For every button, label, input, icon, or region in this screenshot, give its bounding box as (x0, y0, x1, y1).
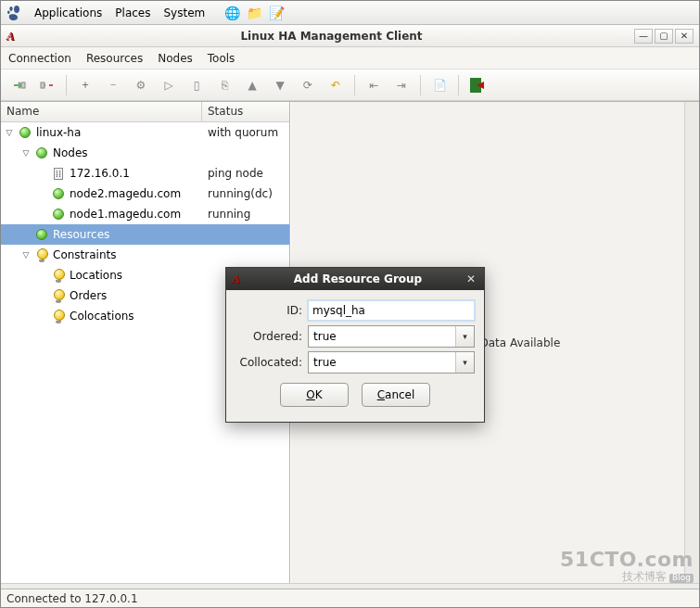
toolbar-separator (66, 75, 67, 95)
toolbar-separator (458, 75, 459, 95)
tree-row[interactable]: node1.magedu.comrunning (1, 204, 289, 224)
tree-label: Orders (70, 289, 107, 302)
file-manager-icon[interactable]: 📁 (246, 5, 262, 21)
status-green-icon (51, 207, 66, 222)
undo-icon[interactable]: ↶ (325, 74, 347, 96)
status-green-icon (51, 186, 66, 201)
vertical-scrollbar[interactable] (684, 102, 699, 583)
tree-row[interactable]: ▽Constraints (1, 245, 289, 265)
exit-icon[interactable] (466, 74, 489, 96)
move-left-icon[interactable]: ⇤ (363, 74, 385, 96)
ping-node-icon: ⁞⁞ (51, 166, 66, 181)
os-menu-system[interactable]: System (163, 6, 205, 19)
move-right-icon[interactable]: ⇥ (390, 74, 413, 96)
lightbulb-icon (51, 309, 66, 323)
gnome-foot-icon (6, 6, 21, 20)
dialog-close-button[interactable]: ✕ (464, 272, 478, 286)
os-panel: Applications Places System 🌐 📁 📝 (1, 1, 699, 25)
collocated-value: true (309, 356, 455, 369)
collocated-label: Collocated: (235, 356, 302, 369)
up-icon[interactable]: ▲ (241, 74, 263, 96)
status-bar: Connected to 127.0.0.1 (1, 589, 699, 607)
tree-label: linux-ha (36, 126, 81, 139)
status-green-icon (18, 125, 32, 140)
down-icon[interactable]: ▼ (269, 74, 291, 96)
remove-icon[interactable]: － (102, 74, 124, 96)
os-menu-applications[interactable]: Applications (34, 6, 102, 19)
disconnect-icon[interactable] (36, 74, 58, 96)
menu-tools[interactable]: Tools (208, 52, 235, 65)
toolbar-separator (354, 75, 355, 95)
tree-label: Constraints (53, 248, 116, 261)
watermark-tag: Blog (669, 574, 694, 583)
svg-rect-0 (21, 82, 25, 88)
menu-connection[interactable]: Connection (8, 52, 71, 65)
tree-status: with quorum (202, 126, 278, 139)
id-input[interactable] (308, 300, 475, 321)
tree-label: Resources (53, 228, 109, 241)
play-icon[interactable]: ▷ (158, 74, 180, 96)
tree-row[interactable]: node2.magedu.comrunning(dc) (1, 184, 289, 204)
add-resource-group-dialog: A Add Resource Group ✕ ID: Ordered: true… (225, 267, 485, 423)
app-menubar: Connection Resources Nodes Tools (1, 47, 699, 70)
status-text: Connected to 127.0.0.1 (6, 592, 138, 605)
tree-expander[interactable]: ▽ (21, 148, 31, 158)
app-icon: A (6, 29, 21, 44)
ok-button[interactable]: OK (280, 383, 349, 407)
tree-row[interactable]: ▽linux-hawith quorum (1, 122, 289, 143)
tree-label: Nodes (53, 146, 88, 159)
tree-label: Colocations (70, 310, 134, 323)
window-titlebar: A Linux HA Management Client — ▢ ✕ (1, 25, 699, 47)
tree-row[interactable]: Resources (1, 224, 289, 245)
toolbar-separator (420, 75, 421, 95)
column-header-name[interactable]: Name (1, 102, 202, 121)
dialog-titlebar[interactable]: A Add Resource Group ✕ (226, 268, 484, 290)
tree-header: Name Status (1, 102, 289, 122)
os-menu-places[interactable]: Places (115, 6, 150, 19)
stop-icon[interactable]: ▯ (185, 74, 208, 96)
action-icon[interactable]: ⎘ (213, 74, 235, 96)
tree-expander[interactable]: ▽ (21, 250, 31, 260)
refresh-icon[interactable]: ⟳ (297, 74, 319, 96)
window-title: Linux HA Management Client (29, 30, 634, 43)
add-icon[interactable]: ＋ (74, 74, 96, 96)
web-browser-icon[interactable]: 🌐 (223, 5, 240, 21)
column-header-status[interactable]: Status (202, 102, 248, 121)
watermark-text: 51CTO.com (560, 549, 694, 571)
lightbulb-icon (51, 268, 66, 283)
tree-label: node1.magedu.com (70, 208, 181, 221)
tool-icon[interactable]: ⚙ (130, 74, 152, 96)
tree-row[interactable]: ⁞⁞172.16.0.1ping node (1, 163, 289, 184)
window-minimize-button[interactable]: — (634, 29, 653, 44)
tree-label: node2.magedu.com (70, 187, 181, 200)
watermark-subtext: 技术博客 (622, 570, 667, 583)
connect-icon[interactable] (8, 74, 31, 96)
ordered-label: Ordered: (235, 330, 302, 343)
window-close-button[interactable]: ✕ (675, 29, 694, 44)
chevron-down-icon[interactable]: ▾ (455, 352, 474, 373)
menu-nodes[interactable]: Nodes (158, 52, 193, 65)
tree-status: running(dc) (202, 187, 273, 200)
status-green-icon (34, 146, 49, 160)
status-green-icon (34, 227, 49, 242)
tree-status: running (202, 208, 250, 221)
menu-resources[interactable]: Resources (86, 52, 143, 65)
tree-status: ping node (202, 167, 263, 180)
tree-row[interactable]: ▽Nodes (1, 143, 289, 163)
ordered-value: true (309, 330, 455, 343)
lightbulb-icon (51, 288, 66, 303)
svg-rect-1 (41, 82, 45, 88)
chevron-down-icon[interactable]: ▾ (455, 326, 474, 347)
os-launchers: 🌐 📁 📝 (223, 5, 285, 21)
id-label: ID: (235, 304, 302, 317)
window-maximize-button[interactable]: ▢ (655, 29, 673, 44)
document-icon[interactable]: 📄 (428, 74, 451, 96)
watermark: 51CTO.com 技术博客Blog (560, 549, 694, 583)
ordered-combobox[interactable]: true ▾ (308, 325, 475, 348)
collocated-combobox[interactable]: true ▾ (308, 351, 475, 374)
cancel-button[interactable]: Cancel (362, 383, 430, 407)
text-editor-icon[interactable]: 📝 (268, 5, 285, 21)
toolbar: ＋ － ⚙ ▷ ▯ ⎘ ▲ ▼ ⟳ ↶ ⇤ ⇥ 📄 (1, 70, 699, 101)
tree-expander[interactable]: ▽ (5, 128, 14, 137)
dialog-app-icon: A (232, 272, 247, 286)
